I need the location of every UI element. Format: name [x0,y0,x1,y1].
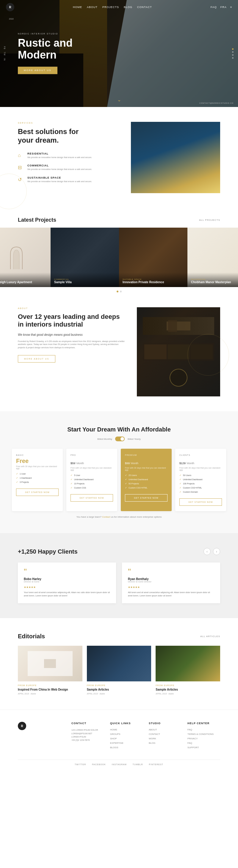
hero-cta-button[interactable]: MORE ABOUT US [18,67,57,74]
about-title: Over 12 years leading and deeps in inter… [18,313,125,329]
plan-feature-premium-4: ✓Custom CSS+HTML [125,487,168,489]
sustainable-text: We provide an innovative home design tha… [27,180,92,183]
project-name-1: Brossia Heigh Luxury Apartment [0,280,47,284]
hero-social-tw[interactable]: TW [4,52,6,56]
nav-faq[interactable]: FAQ [211,6,217,9]
editorial-title-2: Sample Articles [87,688,151,691]
editorial-title-3: Sample Articles [156,688,220,691]
project-dot-2[interactable] [120,290,122,292]
footer-help-faq[interactable]: FAQ [187,728,220,731]
plan-feature-premium-1: ✓25 Users [125,474,168,477]
projects-header: Latest Projects ALL PROJECTS [18,217,220,223]
nav-contact[interactable]: CONTACT [137,6,152,9]
footer-studio-work[interactable]: WORK [149,737,181,740]
footer-quicklinks-title: Quick Links [110,722,143,725]
services-photo [131,122,220,193]
project-name-4: Chobham Manor Masterplan [191,280,238,284]
about-cta-button[interactable]: MORE ABOUT US [18,355,55,363]
testimonial-text-1: Your lorem and sit amet consectetur adip… [24,591,110,597]
hero-title: Rustic andModern [18,37,72,61]
project-overlay-4: RESIDENTIAL Chobham Manor Masterplan [187,273,238,287]
testimonial-text-2: Alit lorem and sit amet consectetur adip… [128,591,214,597]
all-projects-link[interactable]: ALL PROJECTS [199,219,220,221]
footer-col-studio: Studio ABOUT CONTACT WORK BLOG [149,722,181,751]
project-dot-1[interactable] [117,290,118,292]
nav-home[interactable]: HOME [73,6,82,9]
editorial-card-1[interactable]: FROM EUROPE Inspired From China In Web D… [18,646,82,695]
pricing-card-basic: BASIC Free Free with 30 days that you ca… [12,449,63,511]
about-left: ABOUT Over 12 years leading and deeps in… [18,307,125,363]
footer-link-shop[interactable]: SHOP [110,737,143,740]
billing-toggle[interactable] [115,436,125,441]
plan-price-clients: $129/ Month [179,458,222,466]
testimonial-stars-2: ★★★★★ [128,586,214,589]
project-card-1[interactable]: RESIDENTIAL Brossia Heigh Luxury Apartme… [0,228,51,287]
pricing-cta-basic[interactable]: GET STARTED NOW [16,489,59,496]
plan-feature-basic-1: ✓1 User [16,472,59,475]
plan-period-clients: Free with 30 days trial that you can sta… [179,467,222,471]
testimonials-header: +1,250 Happy Clients ‹ › [18,548,220,555]
service-residential: ⌂ RESIDENTIAL We provide an innovative h… [18,152,119,159]
toggle-yearly-label: Billed Yearly [128,438,141,440]
contact-link[interactable]: Contact [102,516,110,518]
services-title: Best solutions foryour dream. [18,127,119,145]
sustainable-title: SUSTAINABLE SPACE [27,176,92,179]
footer-link-expertise[interactable]: EXPERTISE [110,742,143,744]
testimonials-prev[interactable]: ‹ [204,548,211,555]
editorials-section: Editorials ALL ARTICLES FROM EUROPE Insp… [0,618,238,710]
svg-rect-3 [44,659,56,668]
footer-link-home[interactable]: HOME [110,728,143,731]
nav-fra[interactable]: FRA [220,6,227,9]
editorial-card-3[interactable]: FROM EUROPE Sample Articles APRIL 2015 ·… [156,646,220,695]
plan-feature-clients-3: ✓100 Projects [179,482,222,485]
hero-dot-1[interactable] [232,49,234,50]
testimonials-section: +1,250 Happy Clients ‹ › " Bobo Harley D… [0,533,238,618]
footer-pinterest[interactable]: PINTEREST [149,764,163,766]
hamburger-icon[interactable]: ≡ [230,6,232,9]
footer-studio-about[interactable]: ABOUT [149,728,181,731]
pricing-title: Start Your Dream With An Affordable [12,426,226,433]
nav-blog[interactable]: BLOG [124,6,132,9]
footer-logo[interactable]: R [18,722,26,730]
footer-studio-contact[interactable]: CONTACT [149,733,181,736]
footer-instagram[interactable]: INSTAGRAM [112,764,127,766]
footer-help-terms[interactable]: TERMS & CONDITIONS [187,733,220,736]
editorial-meta-3: APRIL 2015 · Adele [156,693,220,695]
nav-about[interactable]: ABOUT [87,6,97,9]
residential-title: RESIDENTIAL [27,152,92,155]
footer-help-faq2[interactable]: FAQ [187,742,220,744]
footer-studio-blog[interactable]: BLOG [149,742,181,744]
footer-help-privacy[interactable]: PRIVACY [187,737,220,740]
hero-social-in[interactable]: IN [4,58,6,61]
footer-link-blogs[interactable]: BLOGS [110,746,143,749]
hero-social-fb[interactable]: FB [4,46,6,50]
pricing-cta-pro[interactable]: GET STARTED NOW [70,494,113,502]
footer-facebook[interactable]: FACEBOOK [92,764,106,766]
nav-logo[interactable]: R [6,3,14,11]
project-card-3[interactable]: SUITABLE SPACE Innovation Private Reside… [119,228,187,287]
services-image [131,122,220,193]
about-text: Founded by Robert Grawley, a 0-150-studi… [18,340,125,349]
footer-address: 123 LOREM IPSUM DOLOR LOREM@IPSUM.NET LO… [71,728,104,742]
all-articles-link[interactable]: ALL ARTICLES [200,635,220,638]
footer-tumblr[interactable]: TUMBLR [133,764,143,766]
pricing-cta-clients[interactable]: GET STARTED NOW [179,498,222,506]
pricing-cta-premium[interactable]: GET STARTED NOW [125,494,168,502]
footer: R Contact 123 LOREM IPSUM DOLOR LOREM@IP… [0,710,238,771]
hero-dots [232,49,234,59]
editorial-image-2 [87,646,151,681]
plan-price-premium: $99/ Month [125,458,168,466]
footer-link-groups[interactable]: GROUPS [110,733,143,736]
editorial-card-2[interactable]: FROM EUROPE Sample Articles APRIL 2015 ·… [87,646,151,695]
hero-dot-3[interactable] [232,54,234,56]
hero-dot-2[interactable] [232,52,234,53]
projects-grid: RESIDENTIAL Brossia Heigh Luxury Apartme… [0,228,238,287]
hero-scroll-icon[interactable]: ⌄ [117,97,121,102]
testimonials-next[interactable]: › [213,548,220,555]
footer-help-support[interactable]: SUPPORT [187,746,220,749]
project-card-4[interactable]: RESIDENTIAL Chobham Manor Masterplan [187,228,238,287]
hero-dot-4[interactable] [232,57,234,59]
project-card-2[interactable]: COMMERCIAL Sample Villa [51,228,119,287]
nav-projects[interactable]: PROJECTS [102,6,119,9]
footer-twitter[interactable]: TWITTER [75,764,86,766]
